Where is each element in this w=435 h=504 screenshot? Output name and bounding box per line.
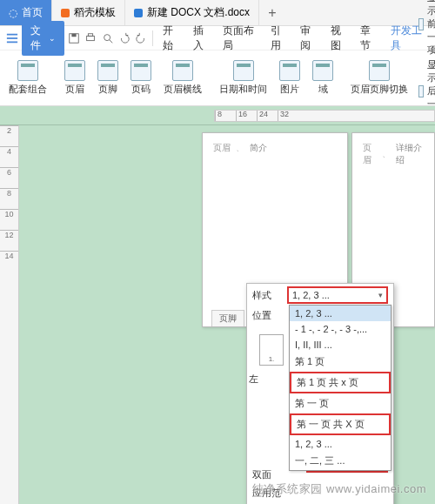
header-text: 详细介绍 — [396, 142, 424, 166]
label: 显示前一项 — [427, 0, 435, 57]
double-label: 双面 — [252, 468, 282, 481]
datetime-icon — [233, 60, 254, 81]
field-icon — [312, 60, 333, 81]
style-select[interactable]: 1, 2, 3 ... ▾ — [287, 286, 388, 304]
style-option[interactable]: 1, 2, 3 ... — [290, 436, 391, 452]
footer-tab[interactable]: 页脚 — [211, 310, 244, 326]
svg-rect-5 — [87, 36, 95, 40]
ruler-tick: 16 — [236, 111, 257, 121]
ribbon-label: 配套组合 — [9, 83, 47, 96]
ruler-tick: 8 — [215, 111, 236, 121]
position-preview: 1. — [259, 334, 284, 366]
svg-rect-2 — [7, 41, 17, 43]
ruler-tick: 2 — [0, 125, 18, 146]
vertical-ruler[interactable]: 2 4 6 8 10 12 14 — [0, 125, 19, 504]
style-option[interactable]: 第 1 页 — [290, 353, 391, 371]
preview-icon[interactable] — [100, 30, 114, 47]
svg-rect-6 — [89, 33, 93, 36]
menu-start[interactable]: 开始 — [157, 24, 185, 53]
template-icon — [61, 9, 70, 17]
ruler-area: 8 16 24 32 — [0, 106, 435, 125]
header-icon — [64, 60, 85, 81]
ribbon-header[interactable]: 页眉 — [59, 58, 90, 97]
footer-icon — [97, 60, 118, 81]
ruler-tick: 12 — [0, 230, 18, 251]
picture-icon — [279, 60, 300, 81]
ribbon-show-prev[interactable]: 显示前一项 — [418, 0, 435, 57]
separator — [152, 30, 153, 46]
ruler-tick: 10 — [0, 209, 18, 230]
ribbon-field[interactable]: 域 — [307, 58, 338, 97]
pageno-icon — [130, 60, 151, 81]
style-option[interactable]: 第 一 页 — [290, 394, 391, 413]
tab-label: 首页 — [22, 5, 43, 20]
ribbon-label: 页眉 — [65, 83, 84, 96]
style-option[interactable]: I, II, III ... — [290, 337, 391, 353]
svg-line-8 — [109, 39, 112, 43]
ribbon-label: 页脚 — [98, 83, 117, 96]
prev-icon — [418, 18, 424, 30]
style-value: 1, 2, 3 ... — [292, 290, 330, 300]
style-option[interactable]: 第 一 页 共 X 页 — [290, 413, 391, 435]
style-label: 样式 — [252, 289, 282, 302]
next-icon — [418, 85, 424, 97]
menu-reference[interactable]: 引用 — [265, 24, 293, 53]
style-option[interactable]: 1, 2, 3 ... — [290, 306, 391, 321]
tab-label: 稻壳模板 — [74, 5, 116, 20]
menu-section[interactable]: 章节 — [355, 24, 383, 53]
plus-icon: + — [268, 5, 276, 21]
ribbon-headerline[interactable]: 页眉横线 — [158, 58, 207, 97]
combo-icon — [17, 60, 38, 81]
hf-switch-icon — [369, 60, 390, 81]
page-header-area[interactable]: 页眉 、 简介 — [203, 142, 347, 154]
footer-label: 页脚 — [219, 313, 237, 323]
header-text: 简介 — [250, 142, 267, 154]
ribbon-picture[interactable]: 图片 — [274, 58, 305, 97]
ribbon: 配套组合 页眉 页脚 页码 页眉横线 日期和时间 图片 域 页眉页脚切换 显示前… — [0, 50, 435, 106]
position-left-label: 左 — [249, 373, 258, 386]
chevron-down-icon: ⌄ — [49, 34, 56, 43]
style-option[interactable]: 第 1 页 共 x 页 — [290, 372, 391, 393]
ribbon-pageno[interactable]: 页码 — [125, 58, 157, 97]
menu-review[interactable]: 审阅 — [295, 24, 323, 53]
tab-bar: ◌ 首页 稻壳模板 新建 DOCX 文档.docx + — [0, 0, 435, 26]
page-header-area[interactable]: 页眉 、 详细介绍 — [352, 142, 434, 166]
ruler-tick: 4 — [0, 146, 18, 167]
horizontal-ruler[interactable]: 8 16 24 32 — [214, 110, 435, 122]
save-icon[interactable] — [67, 30, 81, 47]
ribbon-footer[interactable]: 页脚 — [92, 58, 124, 97]
style-options-list: 1, 2, 3 ... - 1 -, - 2 -, - 3 -,... I, I… — [289, 305, 392, 471]
svg-rect-4 — [71, 33, 76, 37]
ribbon-label: 域 — [318, 83, 328, 96]
file-label: 文件 — [30, 24, 46, 53]
redo-icon[interactable] — [134, 30, 148, 47]
ruler-tick: 14 — [0, 251, 18, 272]
chevron-down-icon: ▾ — [378, 291, 383, 299]
ruler-tick: 8 — [0, 188, 18, 209]
separator-dot: 、 — [236, 142, 244, 154]
menu-view[interactable]: 视图 — [325, 24, 353, 53]
svg-rect-1 — [7, 37, 17, 39]
app-menu-icon[interactable] — [5, 30, 19, 47]
menu-layout[interactable]: 页面布局 — [218, 24, 262, 53]
undo-icon[interactable] — [117, 30, 131, 47]
new-tab-button[interactable]: + — [259, 0, 285, 25]
header-label: 页眉 — [213, 142, 231, 154]
ruler-tick: 24 — [257, 111, 278, 121]
print-icon[interactable] — [84, 30, 97, 47]
ribbon-combo[interactable]: 配套组合 — [3, 58, 52, 97]
menu-insert[interactable]: 插入 — [188, 24, 216, 53]
ribbon-datetime[interactable]: 日期和时间 — [214, 58, 272, 97]
file-menu[interactable]: 文件⌄ — [22, 21, 64, 56]
style-option[interactable]: 一, 二, 三 ... — [290, 452, 391, 470]
menu-bar: 文件⌄ 开始 插入 页面布局 引用 审阅 视图 章节 开发工具 — [0, 26, 435, 50]
style-option[interactable]: - 1 -, - 2 -, - 3 -,... — [290, 321, 391, 337]
ribbon-label: 页眉横线 — [164, 83, 202, 96]
separator-dot: 、 — [382, 148, 391, 160]
word-icon — [134, 9, 143, 17]
home-icon: ◌ — [9, 7, 17, 19]
ribbon-label: 页眉页脚切换 — [351, 83, 408, 96]
ribbon-hf-switch[interactable]: 页眉页脚切换 — [345, 58, 413, 97]
svg-rect-0 — [7, 33, 17, 35]
tab-document[interactable]: 新建 DOCX 文档.docx — [125, 0, 259, 25]
